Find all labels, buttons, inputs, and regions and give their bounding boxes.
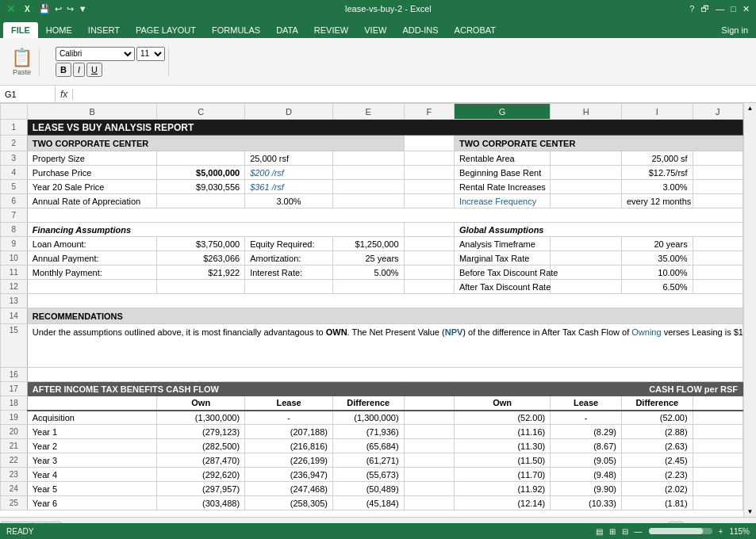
cell-3-i[interactable]: 25,000 sf	[621, 151, 693, 166]
cell-22-c[interactable]: (287,470)	[157, 453, 245, 468]
col-header-i[interactable]: I	[621, 104, 693, 120]
col-header-b[interactable]: B	[27, 104, 157, 120]
font-family-select[interactable]: Calibri	[56, 47, 135, 61]
cell-23-h[interactable]: (9.48)	[551, 468, 622, 482]
view-page-break-icon[interactable]: ⊟	[622, 527, 628, 536]
cell-4-i[interactable]: $12.75/rsf	[621, 166, 693, 180]
cell-12-i[interactable]: 6.50%	[621, 280, 693, 294]
cell-25-g[interactable]: (12.14)	[454, 496, 550, 510]
cell-10-c[interactable]: $263,066	[157, 251, 245, 266]
cell-1-b[interactable]: LEASE VS BUY ANALYSIS REPORT	[27, 120, 743, 136]
cell-5-g[interactable]: Rental Rate Increases	[454, 180, 550, 194]
cell-18-c[interactable]: Own	[157, 396, 245, 411]
cell-21-e[interactable]: (65,684)	[332, 439, 404, 453]
tab-acrobat[interactable]: ACROBAT	[447, 22, 504, 38]
clipboard-group[interactable]: 📋 Paste	[11, 48, 33, 76]
cell-3-b[interactable]: Property Size	[27, 151, 157, 166]
close-button[interactable]: ✕	[743, 4, 750, 14]
cell-9-d[interactable]: Equity Required:	[245, 237, 333, 251]
cell-22-b[interactable]: Year 3	[27, 453, 157, 468]
cell-19-b[interactable]: Acquisition	[27, 411, 157, 425]
vertical-scrollbar[interactable]: ▲ ▼	[743, 103, 756, 517]
cell-9-g[interactable]: Analysis Timeframe	[454, 237, 550, 251]
cell-23-d[interactable]: (236,947)	[245, 468, 333, 482]
cell-12-g[interactable]: After Tax Discount Rate	[454, 280, 550, 294]
cell-11-g[interactable]: Before Tax Discount Rate	[454, 266, 550, 280]
cell-24-g[interactable]: (11.92)	[454, 482, 550, 496]
cell-22-i[interactable]: (2.45)	[621, 453, 693, 468]
tab-formulas[interactable]: FORMULAS	[204, 22, 268, 38]
cell-19-i[interactable]: (52.00)	[621, 411, 693, 425]
cell-23-e[interactable]: (55,673)	[332, 468, 404, 482]
cell-3-d[interactable]: 25,000 rsf	[245, 151, 333, 166]
cell-20-b[interactable]: Year 1	[27, 425, 157, 439]
cell-20-e[interactable]: (71,936)	[332, 425, 404, 439]
cell-25-c[interactable]: (303,488)	[157, 496, 245, 510]
cell-9-c[interactable]: $3,750,000	[157, 237, 245, 251]
cell-21-b[interactable]: Year 2	[27, 439, 157, 453]
view-normal-icon[interactable]: ▤	[596, 527, 603, 536]
bold-button[interactable]: B	[56, 63, 71, 77]
cell-24-i[interactable]: (2.02)	[621, 482, 693, 496]
cell-22-e[interactable]: (61,271)	[332, 453, 404, 468]
cell-24-e[interactable]: (50,489)	[332, 482, 404, 496]
restore-button[interactable]: □	[731, 4, 736, 13]
ribbon-collapse-button[interactable]: 🗗	[700, 4, 709, 13]
cell-5-i[interactable]: 3.00%	[621, 180, 693, 194]
cell-20-h[interactable]: (8.29)	[551, 425, 622, 439]
zoom-level[interactable]: 115%	[729, 527, 750, 536]
cell-18-i[interactable]: Difference	[621, 396, 693, 411]
cell-5-b[interactable]: Year 20 Sale Price	[27, 180, 157, 194]
customize-icon[interactable]: ▼	[79, 4, 87, 13]
cell-10-g[interactable]: Marginal Tax Rate	[454, 251, 550, 266]
cell-5-d[interactable]: $361 /rsf	[245, 180, 333, 194]
cell-10-i[interactable]: 35.00%	[621, 251, 693, 266]
col-header-c[interactable]: C	[157, 104, 245, 120]
undo-icon[interactable]: ↩	[55, 4, 62, 14]
cell-25-i[interactable]: (1.81)	[621, 496, 693, 510]
cell-10-d[interactable]: Amortization:	[245, 251, 333, 266]
cell-4-d[interactable]: $200 /rsf	[245, 166, 333, 180]
cell-9-i[interactable]: 20 years	[621, 237, 693, 251]
cell-19-d[interactable]: -	[245, 411, 333, 425]
cell-25-b[interactable]: Year 6	[27, 496, 157, 510]
cell-24-c[interactable]: (297,957)	[157, 482, 245, 496]
cell-21-i[interactable]: (2.63)	[621, 439, 693, 453]
cell-22-g[interactable]: (11.50)	[454, 453, 550, 468]
italic-button[interactable]: I	[73, 63, 85, 77]
cell-8-g[interactable]: Global Assumptions	[454, 223, 743, 237]
cell-19-h[interactable]: -	[551, 411, 622, 425]
tab-insert[interactable]: INSERT	[80, 22, 128, 38]
cell-15-recommendations[interactable]: Under the assumptions outlined above, it…	[27, 324, 743, 368]
cell-17-right[interactable]: CASH FLOW per RSF	[454, 382, 743, 396]
cell-20-c[interactable]: (279,123)	[157, 425, 245, 439]
cell-14-b[interactable]: RECOMMENDATIONS	[27, 308, 743, 324]
cell-22-d[interactable]: (226,199)	[245, 453, 333, 468]
cell-9-e[interactable]: $1,250,000	[332, 237, 404, 251]
cell-25-d[interactable]: (258,305)	[245, 496, 333, 510]
cell-23-g[interactable]: (11.70)	[454, 468, 550, 482]
col-header-g[interactable]: G	[454, 104, 550, 120]
grid-area[interactable]: B C D E F G H I J 1 LEASE VS	[0, 103, 743, 517]
cell-23-c[interactable]: (292,620)	[157, 468, 245, 482]
sign-in[interactable]: Sign in	[713, 22, 756, 38]
cell-4-g[interactable]: Beginning Base Rent	[454, 166, 550, 180]
cell-8-b[interactable]: Financing Assumptions	[27, 223, 404, 237]
cell-21-h[interactable]: (8.67)	[551, 439, 622, 453]
cell-21-g[interactable]: (11.30)	[454, 439, 550, 453]
tab-view[interactable]: VIEW	[356, 22, 394, 38]
cell-19-g[interactable]: (52.00)	[454, 411, 550, 425]
cell-18-h[interactable]: Lease	[551, 396, 622, 411]
underline-button[interactable]: U	[86, 63, 102, 77]
cell-11-c[interactable]: $21,922	[157, 266, 245, 280]
cell-23-i[interactable]: (2.23)	[621, 468, 693, 482]
cell-20-d[interactable]: (207,188)	[245, 425, 333, 439]
cell-2-b[interactable]: TWO CORPORATE CENTER	[27, 136, 404, 151]
cell-11-i[interactable]: 10.00%	[621, 266, 693, 280]
view-layout-icon[interactable]: ⊞	[609, 527, 616, 536]
cell-6-i[interactable]: every 12 months	[621, 194, 693, 208]
cell-25-h[interactable]: (10.33)	[551, 496, 622, 510]
cell-21-c[interactable]: (282,500)	[157, 439, 245, 453]
tab-file[interactable]: FILE	[3, 22, 38, 38]
cell-10-b[interactable]: Annual Payment:	[27, 251, 157, 266]
